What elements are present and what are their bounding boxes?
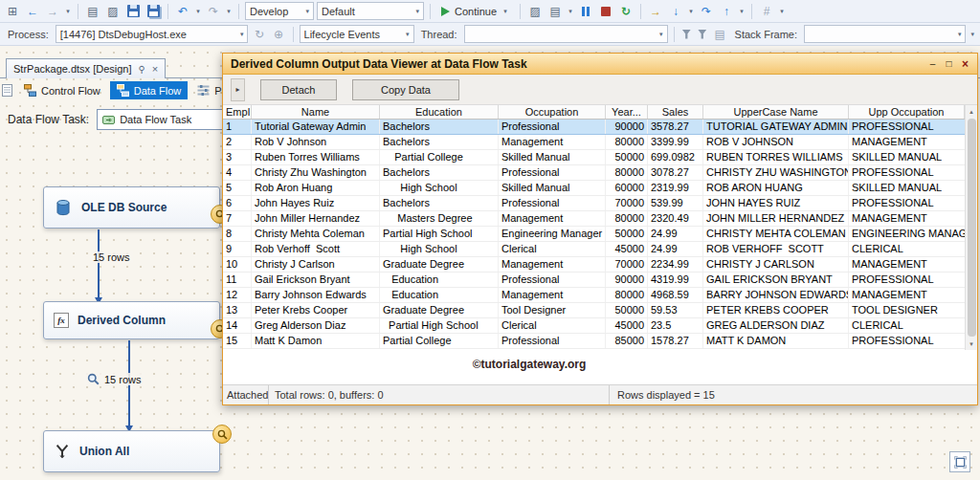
table-row[interactable]: 15Matt K DamonPartial CollegeProfessiona… bbox=[223, 334, 965, 349]
table-row[interactable]: 7John Miller Hernandez Masters DegreeMan… bbox=[223, 211, 965, 227]
toolbar-separator bbox=[78, 4, 78, 19]
vertical-scrollbar[interactable]: ▴ ▾ bbox=[965, 105, 977, 350]
nav-forward-icon[interactable]: → bbox=[44, 3, 61, 20]
dialog-close-button[interactable]: × bbox=[957, 56, 973, 71]
step-chevron-icon[interactable]: ▾ bbox=[687, 8, 695, 15]
table-cell: MANAGEMENT bbox=[849, 135, 965, 149]
lifecycle-events-combo[interactable]: Lifecycle Events ▾ bbox=[300, 25, 414, 43]
table-row[interactable]: 4Christy Zhu WashingtonBachelorsProfessi… bbox=[223, 165, 965, 181]
table-row[interactable]: 2Rob V JohnsonBachelorsManagement8000033… bbox=[223, 135, 965, 150]
restart-icon[interactable]: ↻ bbox=[617, 3, 635, 20]
table-row[interactable]: 6John Hayes RuizBachelorsProfessional700… bbox=[223, 196, 965, 211]
filter-flagged-icon[interactable] bbox=[698, 30, 706, 39]
nav-back-icon[interactable]: ← bbox=[24, 3, 41, 20]
data-viewer-badge-union[interactable] bbox=[212, 425, 232, 444]
column-header[interactable]: Occupation bbox=[499, 105, 606, 119]
table-row[interactable]: 12Barry Johnson Edwards EducationManagem… bbox=[223, 288, 965, 303]
table-row[interactable]: 11Gail Erickson Bryant EducationProfessi… bbox=[223, 273, 965, 288]
table-row[interactable]: 9Rob Verhoff Scott High SchoolClerical45… bbox=[223, 242, 965, 257]
thread-combo[interactable]: ▾ bbox=[464, 25, 668, 43]
table-cell: 11 bbox=[223, 273, 252, 287]
table-cell: Clerical bbox=[499, 242, 606, 256]
table-row[interactable]: 14Greg Alderson Diaz Partial High School… bbox=[223, 318, 965, 334]
pin-icon[interactable]: ⚲ bbox=[139, 64, 145, 75]
copy-data-button[interactable]: Copy Data bbox=[352, 79, 459, 100]
new-file-icon[interactable]: ▤ bbox=[84, 3, 101, 20]
table-row[interactable]: 13Peter Krebs CooperGraduate DegreeTool … bbox=[223, 303, 965, 318]
column-header[interactable]: Name bbox=[252, 105, 380, 119]
detach-button[interactable]: Detach bbox=[260, 79, 337, 100]
tab-control-flow[interactable]: Control Flow bbox=[17, 81, 107, 99]
table-cell: Partial High School bbox=[380, 227, 499, 241]
data-viewer-dialog: Derived Column Output Data Viewer at Dat… bbox=[222, 53, 978, 405]
stop-icon[interactable] bbox=[597, 3, 614, 20]
continue-button[interactable]: Continue ▾ bbox=[436, 2, 514, 20]
combo-chevron-icon: ▾ bbox=[953, 31, 962, 38]
save-all-icon[interactable] bbox=[145, 3, 162, 20]
attach-process-icon[interactable]: ⊕ bbox=[271, 26, 287, 43]
column-header[interactable]: UpperCase Name bbox=[703, 105, 849, 119]
step-into-icon[interactable]: ↓ bbox=[667, 3, 684, 20]
step-over-icon[interactable]: ↷ bbox=[698, 3, 715, 20]
minimize-button[interactable]: – bbox=[924, 56, 941, 71]
maximize-button[interactable]: □ bbox=[941, 56, 957, 71]
redo-icon[interactable]: ↷ bbox=[205, 3, 222, 20]
node-derived-column[interactable]: Derived Column bbox=[43, 301, 220, 339]
diagnostics-icon[interactable]: ▤ bbox=[546, 3, 564, 20]
collapse-panel-button[interactable]: ▸ bbox=[231, 78, 245, 101]
scroll-up-icon[interactable]: ▴ bbox=[969, 105, 973, 118]
step-out-icon[interactable]: ↑ bbox=[718, 3, 735, 20]
toolbar-overflow-icon[interactable]: ▾ bbox=[969, 31, 976, 38]
scrollbar-thumb[interactable] bbox=[968, 119, 976, 337]
combo-chevron-icon: ▾ bbox=[411, 8, 419, 15]
table-cell: Ruben Torres Williams bbox=[252, 150, 380, 164]
table-row[interactable]: 3Ruben Torres Williams Partial CollegeSk… bbox=[223, 150, 965, 165]
column-header[interactable]: Education bbox=[380, 105, 499, 119]
document-tab[interactable]: StrPackage.dtsx [Design] ⚲ × bbox=[6, 58, 166, 78]
path-source-to-derived[interactable] bbox=[98, 229, 100, 298]
redo-chevron-icon[interactable]: ▾ bbox=[225, 8, 233, 15]
document-close-icon[interactable]: × bbox=[152, 63, 158, 75]
hex-chevron-icon[interactable]: ▾ bbox=[778, 8, 786, 15]
pause-icon[interactable] bbox=[577, 3, 594, 20]
nav-chevron-down-icon[interactable]: ▾ bbox=[64, 8, 72, 15]
process-combo[interactable]: [14476] DtsDebugHost.exe ▾ bbox=[56, 25, 249, 43]
combo-chevron-icon: ▾ bbox=[401, 31, 410, 38]
open-file-icon[interactable]: ▨ bbox=[104, 3, 122, 20]
data-viewer-magnifier-icon[interactable] bbox=[87, 373, 100, 385]
zoom-fit-button[interactable] bbox=[949, 451, 970, 472]
column-header[interactable]: Year... bbox=[606, 105, 648, 119]
table-row[interactable]: 5Rob Aron Huang High SchoolSkilled Manua… bbox=[223, 181, 965, 196]
node-union-all[interactable]: Union All bbox=[43, 430, 220, 472]
data-flow-task-combo[interactable]: Data Flow Task ▾ bbox=[97, 109, 236, 130]
dialog-titlebar[interactable]: Derived Column Output Data Viewer at Dat… bbox=[223, 54, 977, 75]
table-cell: RUBEN TORRES WILLIAMS bbox=[703, 150, 849, 164]
column-header[interactable]: Upp Occupation bbox=[849, 105, 965, 119]
table-cell: PROFESSIONAL bbox=[849, 165, 965, 180]
show-next-statement-icon[interactable]: → bbox=[647, 3, 664, 20]
column-header[interactable]: EmpID bbox=[223, 105, 252, 119]
window-layout-icon[interactable]: ⊞ bbox=[4, 3, 21, 20]
hex-display-icon[interactable]: # bbox=[758, 3, 775, 20]
save-icon[interactable] bbox=[124, 3, 142, 20]
frames-icon[interactable]: ▤ bbox=[712, 26, 728, 43]
solution-configurations-combo[interactable]: Develop ▾ bbox=[245, 2, 314, 20]
table-row[interactable]: 1Tutorial Gateway AdminBachelorsProfessi… bbox=[223, 120, 965, 135]
table-cell: 539.99 bbox=[648, 196, 703, 210]
tab-data-flow[interactable]: Data Flow bbox=[110, 81, 189, 99]
node-ole-db-source[interactable]: OLE DB Source bbox=[43, 186, 220, 229]
stack-frame-combo[interactable]: ▾ bbox=[804, 25, 966, 43]
filter-threads-icon[interactable] bbox=[682, 30, 691, 39]
table-row[interactable]: 10Christy J CarlsonGraduate DegreeManage… bbox=[223, 257, 965, 273]
table-cell: 70000 bbox=[606, 196, 648, 210]
diagnostics-chevron-icon[interactable]: ▾ bbox=[567, 8, 574, 15]
table-row[interactable]: 8Christy Mehta ColemanPartial High Schoo… bbox=[223, 227, 965, 242]
column-header[interactable]: Sales bbox=[648, 105, 703, 119]
step-out-chevron-icon[interactable]: ▾ bbox=[738, 8, 746, 15]
breakpoints-window-icon[interactable]: ▨ bbox=[526, 3, 544, 20]
solution-platforms-combo[interactable]: Default ▾ bbox=[317, 2, 424, 20]
undo-chevron-icon[interactable]: ▾ bbox=[194, 8, 202, 15]
undo-icon[interactable]: ↶ bbox=[174, 3, 191, 20]
process-refresh-icon[interactable]: ↻ bbox=[251, 26, 267, 43]
scroll-down-icon[interactable]: ▾ bbox=[969, 338, 973, 350]
